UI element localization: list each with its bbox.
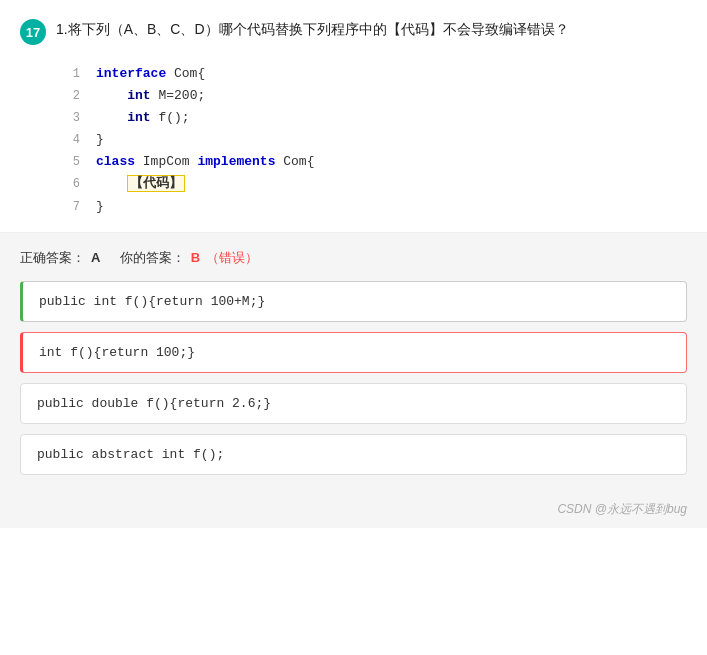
code-block: 1 interface Com{ 2 int M=200; 3 int f();: [56, 59, 687, 222]
watermark-text: CSDN @永远不遇到bug: [557, 501, 687, 518]
code-line-4: 4 }: [56, 129, 687, 151]
code-line-2: 2 int M=200;: [56, 85, 687, 107]
line-number-3: 3: [56, 108, 80, 128]
code-content-5: class ImpCom implements Com{: [96, 151, 314, 173]
code-line-7: 7 }: [56, 196, 687, 218]
question-number-badge: 17: [20, 19, 46, 45]
code-content-4: }: [96, 129, 104, 151]
code-line-1: 1 interface Com{: [56, 63, 687, 85]
error-tag: （错误）: [206, 249, 258, 267]
option-d-code: public abstract int f();: [37, 447, 224, 462]
watermark-area: CSDN @永远不遇到bug: [0, 495, 707, 528]
your-answer-value: B: [191, 250, 200, 265]
answer-section: 正确答案： A 你的答案： B （错误） public int f(){retu…: [0, 233, 707, 495]
code-content-6: 【代码】: [96, 173, 185, 195]
line-number-6: 6: [56, 174, 80, 194]
option-c-box[interactable]: public double f(){return 2.6;}: [20, 383, 687, 424]
line-number-7: 7: [56, 197, 80, 217]
code-content-1: interface Com{: [96, 63, 205, 85]
correct-answer-label: 正确答案：: [20, 249, 85, 267]
question-section: 17 1.将下列（A、B、C、D）哪个代码替换下列程序中的【代码】不会导致编译错…: [0, 0, 707, 233]
line-number-2: 2: [56, 86, 80, 106]
correct-answer-value: A: [91, 250, 100, 265]
question-header: 17 1.将下列（A、B、C、D）哪个代码替换下列程序中的【代码】不会导致编译错…: [20, 18, 687, 45]
code-content-7: }: [96, 196, 104, 218]
page-container: 17 1.将下列（A、B、C、D）哪个代码替换下列程序中的【代码】不会导致编译错…: [0, 0, 707, 655]
option-b-box[interactable]: int f(){return 100;}: [20, 332, 687, 373]
option-a-box[interactable]: public int f(){return 100+M;}: [20, 281, 687, 322]
line-number-4: 4: [56, 130, 80, 150]
line-number-1: 1: [56, 64, 80, 84]
your-answer-label: 你的答案：: [120, 249, 185, 267]
code-line-6: 6 【代码】: [56, 173, 687, 195]
code-content-2: int M=200;: [96, 85, 205, 107]
option-c-code: public double f(){return 2.6;}: [37, 396, 271, 411]
code-line-5: 5 class ImpCom implements Com{: [56, 151, 687, 173]
code-line-3: 3 int f();: [56, 107, 687, 129]
question-text: 1.将下列（A、B、C、D）哪个代码替换下列程序中的【代码】不会导致编译错误？: [56, 18, 569, 40]
option-a-code: public int f(){return 100+M;}: [39, 294, 265, 309]
code-content-3: int f();: [96, 107, 190, 129]
option-d-box[interactable]: public abstract int f();: [20, 434, 687, 475]
option-b-code: int f(){return 100;}: [39, 345, 195, 360]
answer-status: 正确答案： A 你的答案： B （错误）: [20, 249, 687, 267]
line-number-5: 5: [56, 152, 80, 172]
